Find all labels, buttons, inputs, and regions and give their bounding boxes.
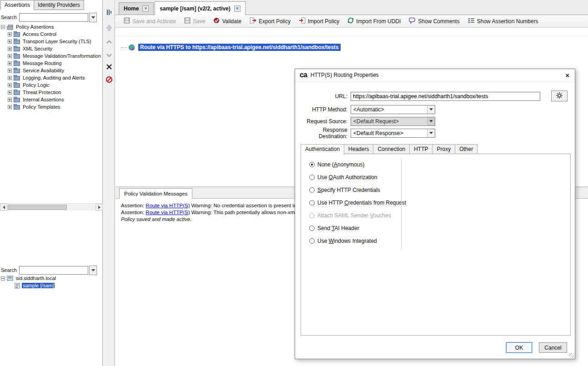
- resize-grip[interactable]: [569, 353, 574, 358]
- radio-icon[interactable]: [309, 200, 315, 206]
- tab-assertions[interactable]: Assertions: [0, 0, 34, 10]
- radio-icon[interactable]: [309, 238, 315, 244]
- tab-authentication[interactable]: Authentication: [301, 144, 344, 155]
- tree-item-sample-service[interactable]: sample [/sam]: [1, 282, 57, 289]
- tab-home[interactable]: Home ×: [119, 2, 154, 15]
- radio-specify-http-credentials[interactable]: Specify HTTP Credentials: [309, 186, 380, 194]
- collapse-assertion-icon[interactable]: [105, 38, 113, 46]
- response-destination-select[interactable]: <Default Response>: [351, 129, 435, 138]
- tree-horizontal-scrollbar[interactable]: [0, 203, 103, 211]
- tree-item[interactable]: Access Control: [1, 30, 102, 38]
- radio-use-windows-integrated[interactable]: Use Windows Integrated: [309, 237, 377, 245]
- dialog-title-bar[interactable]: ca HTTP(S) Routing Properties ×: [295, 69, 575, 81]
- expand-toggle-icon[interactable]: [8, 32, 12, 36]
- tree-item[interactable]: Internal Assertions: [1, 96, 102, 103]
- import-policy-button[interactable]: Import Policy: [299, 17, 339, 25]
- expand-toggle-icon[interactable]: [8, 76, 12, 80]
- tab-policy-validation-messages[interactable]: Policy Validation Messages: [119, 188, 192, 199]
- folder-icon: [14, 82, 20, 88]
- expand-toggle-icon[interactable]: [8, 54, 12, 58]
- radio-icon[interactable]: [309, 175, 315, 180]
- search-dropdown-arrow-icon[interactable]: [89, 13, 97, 22]
- tree-item[interactable]: Logging, Auditing and Alerts: [1, 74, 102, 81]
- tree-item[interactable]: Message Validation/Transformation: [1, 52, 102, 60]
- export-policy-button[interactable]: Export Policy: [250, 17, 291, 25]
- compare-policy-icon[interactable]: [105, 8, 113, 16]
- expand-toggle-icon[interactable]: [8, 83, 12, 87]
- expand-toggle-icon[interactable]: [8, 61, 12, 65]
- expand-toggle-icon[interactable]: [8, 105, 12, 109]
- radio-icon[interactable]: [309, 226, 315, 231]
- tree-item[interactable]: Policy Logic: [1, 81, 102, 89]
- expand-toggle-icon[interactable]: [8, 69, 12, 73]
- tab-http[interactable]: HTTP: [409, 144, 432, 154]
- validate-icon: [213, 17, 220, 25]
- scroll-left-icon[interactable]: [0, 204, 7, 211]
- tree-item[interactable]: Message Routing: [1, 60, 102, 67]
- radio-icon[interactable]: [309, 162, 315, 167]
- save-and-activate-button[interactable]: Save and Activate: [124, 17, 176, 25]
- tree-item[interactable]: Policy Templates: [1, 103, 102, 110]
- tree-item-policy-assertions[interactable]: Policy Assertions: [1, 23, 102, 30]
- import-from-uddi-button[interactable]: Import From UDDI: [347, 17, 401, 25]
- scroll-right-icon[interactable]: [95, 204, 103, 211]
- radio-none-anonymous[interactable]: None (Anonymous): [309, 161, 364, 168]
- collapse-toggle-icon[interactable]: [1, 276, 5, 281]
- tab-other[interactable]: Other: [455, 144, 477, 154]
- show-comments-button[interactable]: Show Comments: [409, 17, 459, 25]
- tree-item[interactable]: Threat Protection: [1, 89, 102, 96]
- radio-icon[interactable]: [309, 187, 315, 193]
- expand-toggle-icon[interactable]: [8, 47, 12, 51]
- tab-sample-policy[interactable]: sample [/sam] (v2/2, active) ×: [155, 1, 245, 15]
- close-icon[interactable]: ×: [234, 5, 241, 12]
- route-assertion-label[interactable]: Route via HTTPS to https://apibaas-trial…: [138, 44, 341, 51]
- tree-item[interactable]: XML Security: [1, 45, 102, 52]
- tree-item[interactable]: Transport Layer Security (TLS): [1, 38, 102, 45]
- chevron-down-icon: [427, 117, 435, 125]
- assertion-link[interactable]: Route via HTTP(S): [146, 210, 190, 215]
- tree-item-gateway[interactable]: sid.siddharth.local: [1, 275, 57, 282]
- radio-send-tai-header[interactable]: Send TAI Header: [309, 225, 359, 232]
- tab-identity-providers[interactable]: Identity Providers: [34, 0, 84, 10]
- service-search-row: Search: [0, 265, 102, 275]
- cancel-button[interactable]: Cancel: [539, 342, 567, 353]
- left-panel-tabs: Assertions Identity Providers: [0, 0, 102, 10]
- route-assertion-row[interactable]: Route via HTTPS to https://apibaas-trial…: [121, 44, 341, 51]
- close-icon[interactable]: ×: [565, 71, 569, 79]
- assertion-search-input[interactable]: [19, 13, 88, 22]
- tree-item[interactable]: Service Availability: [1, 67, 102, 74]
- radio-use-oauth[interactable]: Use OAuth Authorization: [309, 174, 377, 181]
- services-tree: sid.siddharth.local sample [/sam]: [1, 275, 57, 289]
- expand-toggle-icon[interactable]: [8, 40, 12, 44]
- service-search-input[interactable]: [19, 266, 88, 275]
- expand-toggle-icon[interactable]: [8, 98, 12, 102]
- delete-assertion-icon[interactable]: [105, 63, 113, 70]
- radio-label: Attach SAML Sender-Vouches: [317, 212, 391, 219]
- expand-toggle-icon[interactable]: [8, 90, 12, 95]
- tree-connector: [121, 47, 127, 48]
- validate-button[interactable]: Validate: [213, 17, 241, 25]
- radio-http-credentials-from-request[interactable]: Use HTTP Credentials from Request: [309, 199, 406, 206]
- assertion-link[interactable]: Route via HTTP(S): [146, 203, 190, 208]
- policy-toolbar: Save and Activate Save Validate Export P…: [116, 15, 588, 28]
- move-assertion-icon[interactable]: [105, 24, 113, 31]
- save-button[interactable]: Save: [184, 17, 205, 25]
- request-source-select[interactable]: <Default Request>: [351, 117, 435, 126]
- scrollbar-thumb[interactable]: [8, 205, 67, 210]
- response-destination-label: Response Destination:: [295, 127, 351, 140]
- tab-headers[interactable]: Headers: [344, 144, 373, 154]
- tree-item-label: XML Security: [22, 46, 53, 51]
- ok-button[interactable]: OK: [506, 342, 532, 353]
- http-method-select[interactable]: <Automatic>: [351, 105, 435, 114]
- close-icon[interactable]: ×: [142, 5, 149, 12]
- disable-assertion-icon[interactable]: [105, 75, 113, 83]
- expand-assertion-icon[interactable]: [105, 51, 113, 59]
- editor-tab-bar: Home × sample [/sam] (v2/2, active) ×: [116, 0, 588, 15]
- url-options-button[interactable]: [551, 90, 568, 101]
- collapse-toggle-icon[interactable]: [1, 25, 5, 29]
- url-input[interactable]: [351, 92, 540, 101]
- search-dropdown-arrow-icon[interactable]: [89, 266, 97, 275]
- tab-connection[interactable]: Connection: [373, 144, 410, 154]
- show-assertion-numbers-button[interactable]: Show Assertion Numbers: [468, 17, 538, 25]
- tab-proxy[interactable]: Proxy: [432, 144, 455, 154]
